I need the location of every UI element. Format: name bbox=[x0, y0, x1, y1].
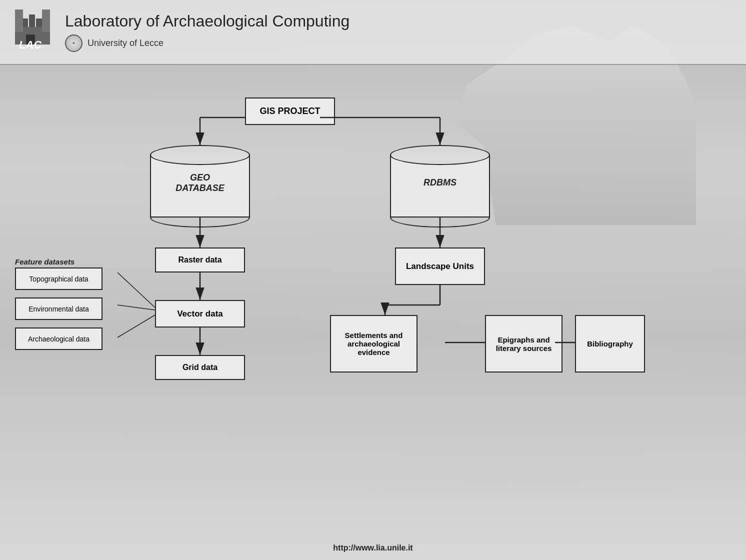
svg-rect-8 bbox=[42, 10, 50, 32]
title-L: L bbox=[65, 12, 74, 30]
university-name: University of Lecce bbox=[88, 38, 164, 48]
title-A: A bbox=[163, 12, 174, 30]
header-text: Laboratory of Archaeological Computing ✦… bbox=[65, 12, 350, 52]
lab-title: Laboratory of Archaeological Computing bbox=[65, 12, 350, 30]
landscape-units-box: Landscape Units bbox=[395, 248, 485, 285]
grid-data-box: Grid data bbox=[155, 355, 245, 380]
gis-project-box: GIS PROJECT bbox=[245, 98, 335, 125]
diagram-area: GIS PROJECT GEODATABASE RDBMS Raster dat… bbox=[0, 70, 746, 535]
footer-url: http://www.lia.unile.it bbox=[333, 544, 412, 552]
vector-data-box: Vector data bbox=[155, 300, 245, 328]
diagram-arrows bbox=[0, 70, 746, 535]
title-C: C bbox=[272, 12, 284, 30]
svg-rect-3 bbox=[36, 18, 42, 27]
epigraphs-box: Epigraphs and literary sources bbox=[485, 315, 562, 372]
university-seal: ✦ bbox=[65, 34, 82, 52]
svg-line-25 bbox=[118, 305, 155, 310]
logo-castle: LAC bbox=[15, 10, 55, 54]
svg-rect-7 bbox=[15, 10, 23, 32]
environmental-data-box: Environmental data bbox=[15, 298, 102, 320]
geo-database-label: GEODATABASE bbox=[150, 172, 250, 194]
title-omputing: omputing bbox=[284, 12, 350, 30]
topographical-data-box: Topographical data bbox=[15, 268, 102, 290]
feature-datasets-label: Feature datasets bbox=[15, 258, 74, 266]
geo-database-cylinder: GEODATABASE bbox=[150, 145, 250, 218]
university-row: ✦ University of Lecce bbox=[65, 34, 350, 52]
footer: http://www.lia.unile.it bbox=[0, 544, 746, 552]
archaeological-data-box: Archaeological data bbox=[15, 328, 102, 350]
svg-line-26 bbox=[118, 315, 155, 338]
rdbms-label: RDBMS bbox=[390, 178, 490, 188]
svg-rect-2 bbox=[29, 14, 35, 27]
title-rchaeological: rchaeological bbox=[174, 12, 272, 30]
svg-text:LAC: LAC bbox=[19, 38, 42, 51]
header: LAC Laboratory of Archaeological Computi… bbox=[0, 0, 746, 65]
svg-line-24 bbox=[118, 272, 155, 308]
settlements-box: Settlements and archaeological evidence bbox=[330, 315, 418, 372]
rdbms-cylinder: RDBMS bbox=[390, 145, 490, 218]
bibliography-box: Bibliography bbox=[575, 315, 645, 372]
raster-data-box: Raster data bbox=[155, 248, 245, 272]
title-aboratory: aboratory of bbox=[74, 12, 163, 30]
